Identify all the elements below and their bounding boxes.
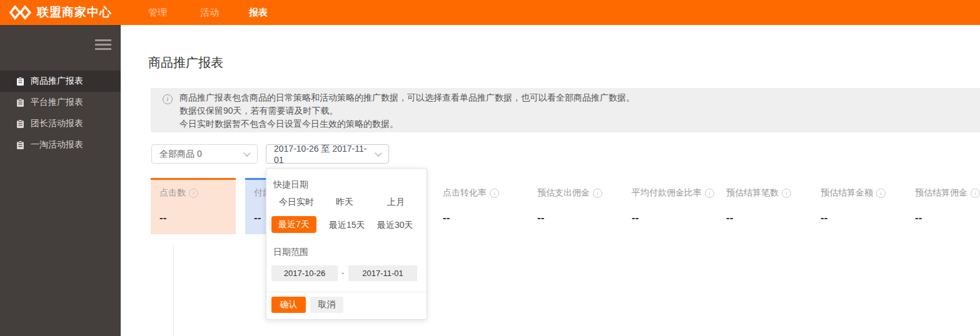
- brand-logo[interactable]: 联盟商家中心: [9, 0, 112, 25]
- report-icon: [16, 119, 24, 129]
- info-icon: i: [163, 94, 173, 104]
- sidebar-item-platform-report[interactable]: 平台推广报表: [0, 92, 121, 113]
- top-header: 联盟商家中心 管理 活动 报表: [0, 0, 980, 25]
- popup-divider: [266, 292, 427, 292]
- quick-option-yesterday[interactable]: 昨天: [336, 197, 353, 208]
- sidebar-item-etao-activity-report[interactable]: 一淘活动报表: [0, 134, 121, 156]
- date-picker-popup: 快捷日期 今日实时 昨天 上月 最近7天 最近15天 最近30天 日期范围 - …: [266, 168, 427, 320]
- stat-value: --: [726, 212, 794, 224]
- stat-label: 点击转化率 i: [443, 187, 510, 199]
- report-icon: [16, 141, 24, 150]
- brand-name: 联盟商家中心: [37, 4, 112, 21]
- sidebar-item-label: 商品推广报表: [31, 76, 83, 87]
- logo-infinity-icon: [9, 4, 31, 21]
- quick-option-last-month[interactable]: 上月: [387, 197, 405, 208]
- quick-option-last-30-days[interactable]: 最近30天: [377, 220, 413, 231]
- stat-value: --: [821, 212, 888, 224]
- chevron-down-icon: [243, 149, 250, 156]
- stat-card-est-settlement-count: 预估结算笔数 i --: [717, 178, 802, 234]
- stat-value: --: [537, 212, 605, 224]
- chevron-down-icon: [375, 149, 381, 156]
- stat-card-est-commission-paid: 预估支出佣金 i --: [528, 178, 614, 234]
- stat-label: 预估结算佣金 i: [915, 187, 980, 199]
- stat-label: 平均付款佣金比率 i: [632, 187, 699, 199]
- stat-value: --: [159, 212, 227, 224]
- range-end-input[interactable]: [348, 265, 417, 281]
- stat-value: --: [915, 212, 980, 224]
- notice-line: 数据仅保留90天，若有需要请及时下载。: [179, 104, 635, 117]
- stat-label: 预估结算金额 i: [821, 187, 888, 199]
- stat-card-est-settlement-amount: 预估结算金额 i --: [812, 178, 897, 234]
- date-range-label: 日期范围: [273, 247, 308, 258]
- notice-text: 商品推广报表包含商品的日常策略和活动策略的推广数据，可以选择查看单品推广数据，也…: [179, 91, 635, 131]
- info-icon[interactable]: i: [876, 189, 886, 198]
- stat-card-avg-commission-rate: 平均付款佣金比率 i --: [623, 178, 708, 234]
- cancel-button[interactable]: 取消: [310, 297, 343, 313]
- menu-toggle-icon[interactable]: [95, 39, 111, 52]
- stat-value: --: [632, 212, 699, 224]
- sidebar-item-leader-activity-report[interactable]: 团长活动报表: [0, 113, 121, 134]
- stat-card-clicks: 点击数 i --: [151, 178, 236, 234]
- app-window: 联盟商家中心 管理 活动 报表 商品推广报表: [0, 0, 980, 336]
- product-filter-value: 全部商品 0: [159, 149, 202, 160]
- nav-item-activity[interactable]: 活动: [200, 0, 219, 25]
- range-separator: -: [341, 268, 344, 277]
- quick-option-last-7-days[interactable]: 最近7天: [271, 216, 316, 233]
- info-icon[interactable]: i: [705, 189, 714, 198]
- chart-axis-line: [173, 245, 174, 336]
- product-filter-select[interactable]: 全部商品 0: [151, 144, 258, 164]
- page-title: 商品推广报表: [148, 54, 223, 71]
- stat-value: --: [443, 212, 510, 224]
- sidebar-menu: 商品推广报表 平台推广报表 团长活动报表: [0, 71, 121, 156]
- sidebar-item-product-report[interactable]: 商品推广报表: [0, 71, 121, 92]
- quick-date-label: 快捷日期: [273, 179, 308, 190]
- report-icon: [16, 98, 24, 107]
- info-icon[interactable]: i: [782, 189, 791, 198]
- sidebar: 商品推广报表 平台推广报表 团长活动报表: [0, 25, 121, 336]
- sidebar-item-label: 平台推广报表: [31, 97, 83, 108]
- sidebar-item-label: 团长活动报表: [31, 118, 83, 129]
- stat-card-click-conversion: 点击转化率 i --: [434, 178, 519, 234]
- notice-line: 今日实时数据暂不包含今日设置今日生效的策略的数据。: [179, 117, 635, 131]
- notice-box: i 商品推广报表包含商品的日常策略和活动策略的推广数据，可以选择查看单品推广数据…: [151, 88, 980, 132]
- info-icon[interactable]: i: [593, 189, 602, 198]
- date-range-select[interactable]: 2017-10-26 至 2017-11-01: [266, 144, 389, 164]
- confirm-button[interactable]: 确认: [271, 297, 306, 313]
- stat-label: 预估结算笔数 i: [726, 187, 794, 199]
- info-icon[interactable]: i: [490, 189, 499, 198]
- nav-item-report[interactable]: 报表: [249, 0, 268, 25]
- report-icon: [16, 77, 24, 86]
- info-icon[interactable]: i: [971, 189, 980, 198]
- notice-line: 商品推广报表包含商品的日常策略和活动策略的推广数据，可以选择查看单品推广数据，也…: [179, 91, 635, 104]
- stat-card-est-settlement-commission: 预估结算佣金 i --: [906, 178, 980, 234]
- date-range-value: 2017-10-26 至 2017-11-01: [274, 144, 376, 165]
- nav-item-manage[interactable]: 管理: [148, 0, 167, 25]
- quick-option-today[interactable]: 今日实时: [279, 197, 314, 208]
- quick-option-last-15-days[interactable]: 最近15天: [329, 220, 365, 231]
- stat-label: 点击数 i: [159, 187, 227, 199]
- stat-label: 预估支出佣金 i: [537, 187, 605, 199]
- info-icon[interactable]: i: [189, 189, 198, 198]
- range-start-input[interactable]: [271, 265, 338, 281]
- sidebar-item-label: 一淘活动报表: [31, 139, 83, 151]
